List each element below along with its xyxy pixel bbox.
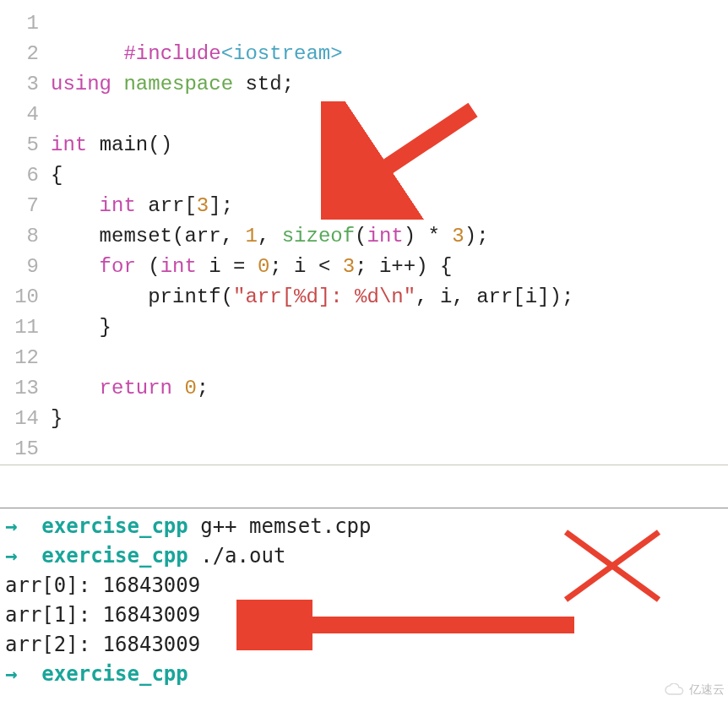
line-number: 1 — [0, 8, 51, 39]
token-number: 3 — [197, 194, 209, 217]
code-line: 3 using namespace std; — [0, 69, 728, 100]
token-paren: ( — [148, 255, 160, 278]
token-paren: ) — [550, 285, 562, 308]
token-paren: ) — [404, 225, 416, 247]
watermark: 亿速云 — [664, 682, 725, 698]
prompt-arrow-icon: → — [5, 514, 17, 538]
token-keyword: using — [51, 73, 111, 95]
token-keyword: return — [100, 377, 172, 399]
line-number: 15 — [0, 434, 51, 465]
terminal-line: → exercise_cpp ./a.out — [5, 541, 723, 571]
token-paren: ( — [172, 225, 184, 247]
token-type: int — [367, 225, 404, 247]
token-paren: ) — [465, 225, 476, 247]
line-number: 8 — [0, 221, 51, 252]
token-preprocessor: #include — [123, 42, 220, 65]
token-brace: { — [440, 255, 452, 278]
token-function: main — [100, 133, 149, 156]
line-number: 11 — [0, 312, 51, 343]
line-number: 14 — [0, 404, 51, 434]
line-number: 4 — [0, 100, 51, 130]
token-brace: { — [51, 164, 62, 187]
terminal-line: → exercise_cpp g++ memset.cpp — [5, 512, 723, 541]
token-function: memset — [100, 225, 172, 247]
token-brace: } — [100, 316, 111, 339]
code-line: 15 — [0, 434, 728, 465]
token-punct: ; — [282, 73, 294, 95]
code-line: 6 { — [0, 160, 728, 191]
prompt-dir: exercise_cpp — [41, 544, 187, 568]
token-identifier: i — [440, 285, 452, 308]
token-identifier: arr — [148, 194, 184, 217]
token-punct: , — [221, 225, 233, 247]
terminal-line: → exercise_cpp — [5, 660, 723, 689]
token-paren: ( — [221, 285, 233, 308]
token-operator: * — [428, 225, 440, 247]
terminal-command: g++ memset.cpp — [200, 514, 371, 538]
code-line: 12 — [0, 343, 728, 373]
cloud-icon — [664, 683, 686, 697]
token-identifier: i — [379, 255, 391, 278]
token-bracket: [ — [184, 194, 196, 217]
code-line: 1 #include<iostream> — [0, 8, 728, 39]
line-number: 6 — [0, 160, 51, 191]
token-paren: ) — [416, 255, 427, 278]
line-number: 2 — [0, 39, 51, 69]
token-identifier: arr[i] — [476, 285, 549, 308]
code-line: 11 } — [0, 312, 728, 343]
prompt-dir: exercise_cpp — [41, 662, 187, 686]
token-operator: ++ — [391, 255, 416, 278]
code-editor: 1 #include<iostream> 2 3 using namespace… — [0, 0, 728, 465]
token-type: int — [100, 194, 136, 217]
token-bracket: ] — [209, 194, 220, 217]
token-paren: ( — [148, 133, 160, 156]
line-number: 13 — [0, 373, 51, 404]
token-punct: ; — [197, 377, 209, 399]
separator-gap — [0, 465, 728, 508]
token-paren: ) — [160, 133, 172, 156]
watermark-text: 亿速云 — [689, 682, 725, 698]
token-punct: ; — [269, 255, 281, 278]
token-identifier: arr — [184, 225, 220, 247]
terminal-command: ./a.out — [200, 544, 285, 568]
token-identifier: i — [294, 255, 306, 278]
code-line: 5 int main() — [0, 130, 728, 160]
terminal-output: arr[1]: 16843009 — [5, 600, 723, 630]
prompt-arrow-icon: → — [5, 662, 17, 686]
token-punct: ; — [476, 225, 488, 247]
token-type: int — [51, 133, 87, 156]
token-punct: , — [416, 285, 427, 308]
token-string: "arr[%d]: %d\n" — [233, 285, 416, 308]
token-function: printf — [148, 285, 220, 308]
token-include-target: <iostream> — [221, 42, 343, 65]
token-punct: , — [258, 225, 269, 247]
token-keyword: for — [100, 255, 136, 278]
token-punct: ; — [355, 255, 367, 278]
token-brace: } — [51, 407, 62, 430]
code-line: 10 printf("arr[%d]: %d\n", i, arr[i]); — [0, 282, 728, 312]
token-keyword: sizeof — [282, 225, 355, 247]
line-number: 7 — [0, 191, 51, 221]
token-punct: ; — [221, 194, 233, 217]
code-line: 13 return 0; — [0, 373, 728, 404]
terminal-panel[interactable]: → exercise_cpp g++ memset.cpp → exercise… — [0, 508, 728, 689]
token-operator: = — [233, 255, 245, 278]
token-punct: , — [452, 285, 464, 308]
prompt-dir: exercise_cpp — [41, 514, 187, 538]
token-number: 3 — [343, 255, 355, 278]
terminal-output: arr[0]: 16843009 — [5, 571, 723, 600]
token-punct: ; — [562, 285, 573, 308]
token-paren: ( — [355, 225, 367, 247]
terminal-output: arr[2]: 16843009 — [5, 630, 723, 660]
code-line: 7 int arr[3]; — [0, 191, 728, 221]
token-type: int — [160, 255, 197, 278]
token-number: 3 — [452, 225, 464, 247]
code-line: 14 } — [0, 404, 728, 434]
token-number: 0 — [258, 255, 269, 278]
code-line: 4 — [0, 100, 728, 130]
code-line: 8 memset(arr, 1, sizeof(int) * 3); — [0, 221, 728, 252]
token-identifier: i — [209, 255, 220, 278]
token-operator: < — [318, 255, 330, 278]
line-number: 5 — [0, 130, 51, 160]
line-number: 10 — [0, 282, 51, 312]
